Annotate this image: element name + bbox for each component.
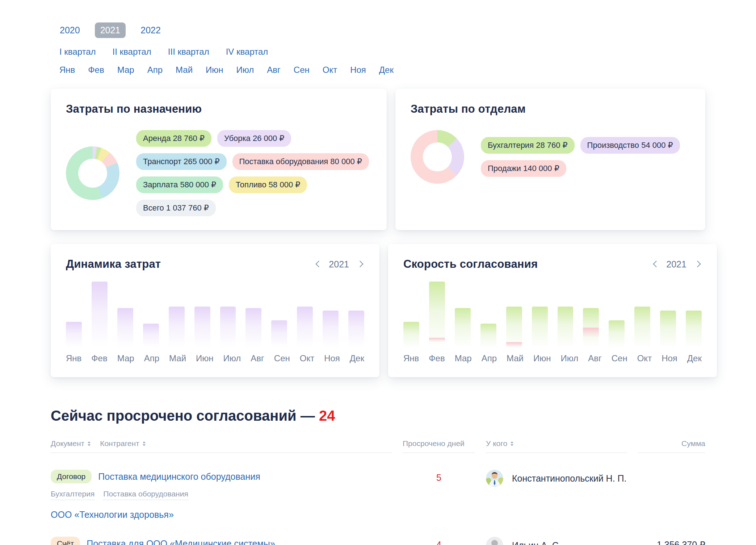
legend-tag: Бухгалтерия 28 760 ₽ xyxy=(481,137,575,154)
chevron-right-icon[interactable] xyxy=(355,259,364,269)
document-category-tag[interactable]: Поставка оборудования xyxy=(103,490,188,500)
overdue-title-text: Сейчас просрочено согласований — xyxy=(51,408,315,424)
bar-column-ноя xyxy=(323,282,339,348)
bar xyxy=(480,324,496,348)
chevron-right-icon[interactable] xyxy=(692,259,702,269)
bar-column-янв xyxy=(66,282,82,348)
bar-chart-approval-speed xyxy=(403,282,702,348)
month-tab-май[interactable]: Май xyxy=(176,65,193,75)
column-header-сумма: Сумма xyxy=(681,439,705,448)
year-tab-2021[interactable]: 2021 xyxy=(95,22,126,38)
month-tab-окт[interactable]: Окт xyxy=(323,65,337,75)
bar-chart-x-labels: ЯнвФевМарАпрМайИюнИюлАвгСенОктНояДек xyxy=(403,353,702,363)
bar xyxy=(66,322,82,348)
bar-column-авг xyxy=(245,282,261,348)
month-tab-авг[interactable]: Авг xyxy=(267,65,281,75)
month-tab-фев[interactable]: Фев xyxy=(88,65,104,75)
legend-tag: Поставка оборудования 80 000 ₽ xyxy=(232,153,369,170)
year-tab-2022[interactable]: 2022 xyxy=(135,22,166,38)
bar xyxy=(348,311,364,348)
bar xyxy=(506,307,522,348)
month-tab-апр[interactable]: Апр xyxy=(147,65,163,75)
bar-column-дек xyxy=(686,282,702,348)
bar-column-май xyxy=(169,282,185,348)
bar-column-июн xyxy=(532,282,548,348)
bar-alert-segment xyxy=(583,328,599,337)
counterparty-link[interactable]: ООО «Технологии здоровья» xyxy=(51,509,392,520)
bar xyxy=(271,320,287,348)
bar xyxy=(245,308,261,348)
bar xyxy=(92,282,108,348)
x-label-авг: Авг xyxy=(588,353,602,363)
document-link[interactable]: Поставка медицинского оборудования xyxy=(98,471,260,482)
x-label-фев: Фев xyxy=(429,353,445,363)
legend-tag: Аренда 28 760 ₽ xyxy=(136,130,211,147)
avatar xyxy=(486,470,503,487)
chevron-left-icon[interactable] xyxy=(651,259,660,269)
month-tab-июн[interactable]: Июн xyxy=(206,65,223,75)
bar-chart-x-labels: ЯнвФевМарАпрМайИюнИюлАвгСенОктНояДек xyxy=(66,353,364,363)
sort-icon xyxy=(143,441,146,446)
document-type-badge: Договор xyxy=(51,470,92,483)
document-category-tag[interactable]: Бухгалтерия xyxy=(51,490,94,500)
legend-tag: Топливо 58 000 ₽ xyxy=(229,176,307,193)
bar-column-ноя xyxy=(660,282,676,348)
column-header-у-кого[interactable]: У кого xyxy=(486,439,513,448)
x-label-янв: Янв xyxy=(403,353,419,363)
bar xyxy=(609,320,625,348)
x-label-мар: Мар xyxy=(117,353,134,363)
month-tab-сен[interactable]: Сен xyxy=(294,65,310,75)
bar xyxy=(220,307,236,348)
x-label-сен: Сен xyxy=(612,353,627,363)
bar-column-июл xyxy=(220,282,236,348)
x-label-окт: Окт xyxy=(300,353,314,363)
donut-cards-row: Затраты по назначению Аренда 28 760 ₽Убо… xyxy=(51,89,705,230)
cell-document: СчётПоставка для ООО «Медицинские систем… xyxy=(51,537,392,545)
document-link[interactable]: Поставка для ООО «Медицинские системы» xyxy=(87,538,275,545)
column-header-документ[interactable]: Документ xyxy=(51,439,91,448)
header-cell-overdue-days: Просрочено дней xyxy=(403,439,475,453)
quarter-tab-2[interactable]: II квартал xyxy=(113,47,151,57)
chevron-left-icon[interactable] xyxy=(314,259,323,269)
x-label-апр: Апр xyxy=(144,353,159,363)
bar xyxy=(686,311,702,348)
bar-column-апр xyxy=(480,282,496,348)
month-tab-мар[interactable]: Мар xyxy=(117,65,134,75)
donut-chart-costs-by-department xyxy=(411,130,464,184)
header-cell-sum: Сумма xyxy=(638,439,705,453)
bar xyxy=(194,307,210,348)
legend-tag: Транспорт 265 000 ₽ xyxy=(136,153,227,170)
quarter-tab-1[interactable]: I квартал xyxy=(59,47,96,57)
x-label-дек: Дек xyxy=(687,353,702,363)
x-label-июл: Июл xyxy=(223,353,241,363)
bar-column-апр xyxy=(143,282,159,348)
bar-column-фев xyxy=(92,282,108,348)
dashboard-page: 202020212022 I кварталII кварталIII квар… xyxy=(0,0,756,545)
x-label-янв: Янв xyxy=(66,353,81,363)
x-label-сен: Сен xyxy=(274,353,290,363)
bar xyxy=(660,311,676,348)
month-tab-июл[interactable]: Июл xyxy=(236,65,254,75)
year-tab-2020[interactable]: 2020 xyxy=(54,22,85,38)
month-tab-янв[interactable]: Янв xyxy=(59,65,75,75)
quarter-tab-4[interactable]: IV квартал xyxy=(226,47,268,57)
cell-overdue-days: 5 xyxy=(403,470,475,483)
assignee-name: Константинопольский Н. П. xyxy=(512,473,626,484)
legend-tag: Продажи 140 000 ₽ xyxy=(481,160,566,177)
x-label-июн: Июн xyxy=(196,353,214,363)
month-tab-ноя[interactable]: Ноя xyxy=(350,65,366,75)
x-label-авг: Авг xyxy=(251,353,264,363)
x-label-ноя: Ноя xyxy=(324,353,340,363)
month-tab-дек[interactable]: Дек xyxy=(379,65,394,75)
bar-alert-segment xyxy=(506,342,522,348)
column-header-контрагент[interactable]: Контрагент xyxy=(100,439,146,448)
year-navigation: 2021 xyxy=(314,259,364,270)
overdue-table-body: ДоговорПоставка медицинского оборудовани… xyxy=(51,470,705,545)
bar-column-авг xyxy=(583,282,599,348)
card-title: Скорость согласования xyxy=(403,258,538,271)
legend-tag: Уборка 26 000 ₽ xyxy=(217,130,291,147)
bar xyxy=(634,307,650,348)
quarter-tab-3[interactable]: III квартал xyxy=(168,47,209,57)
sort-icon xyxy=(88,441,91,446)
cell-sum xyxy=(638,470,705,473)
